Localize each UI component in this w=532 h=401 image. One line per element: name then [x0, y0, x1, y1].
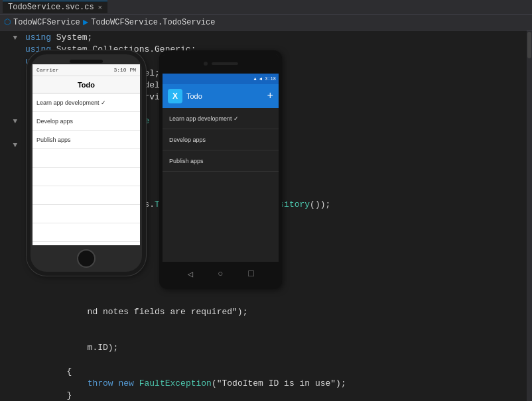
android-toolbar-title: Todo: [186, 92, 202, 100]
android-list-item: Publish apps: [163, 150, 279, 172]
ios-list-item: [33, 186, 140, 205]
android-back-button[interactable]: ◁: [187, 268, 192, 280]
ios-list-item: Develop apps: [33, 112, 140, 131]
android-toolbar: X Todo +: [163, 84, 279, 108]
editor-area: ▼ ▼ ▼ using System; using System.C: [0, 30, 532, 401]
file-tab[interactable]: TodoService.svc.cs ✕: [3, 1, 107, 13]
code-line: [25, 318, 527, 330]
ios-list-item: [33, 149, 140, 168]
scrollbar-thumb[interactable]: [527, 32, 531, 58]
margin-line: ▼: [13, 139, 17, 151]
android-status-text: ▲ ◀ 3:18: [253, 76, 276, 82]
android-list-item: Develop apps: [163, 129, 279, 150]
android-camera: [204, 62, 208, 66]
code-line: [25, 294, 527, 306]
android-content-area: Learn app development ✓ Develop apps Pub…: [163, 108, 279, 262]
ios-time: 3:10 PM: [113, 67, 136, 73]
code-line: [25, 330, 527, 342]
line-number-margin: ▼ ▼ ▼: [0, 30, 20, 401]
iphone-speaker: [70, 60, 103, 63]
android-home-button[interactable]: ○: [218, 268, 223, 279]
android-recents-button[interactable]: □: [248, 268, 253, 279]
breadcrumb-namespace[interactable]: TodoWCFService: [13, 18, 80, 27]
phones-overlay: Carrier 3:10 PM Todo Learn app developme…: [27, 50, 282, 289]
iphone-mockup: Carrier 3:10 PM Todo Learn app developme…: [27, 50, 146, 276]
android-speaker: [212, 62, 238, 65]
ios-status-bar: Carrier 3:10 PM: [33, 64, 140, 76]
breadcrumb-separator: ►: [83, 17, 88, 28]
margin-line: ▼: [13, 32, 17, 44]
vertical-scrollbar[interactable]: [527, 30, 532, 401]
margin-line: ▼: [13, 115, 17, 127]
code-line: m.ID);: [25, 342, 527, 354]
code-line: throw new FaultException("TodoItem ID is…: [25, 378, 527, 390]
tab-filename: TodoService.svc.cs: [8, 3, 94, 12]
breadcrumb-right[interactable]: TodoWCFService.TodoService: [91, 18, 528, 27]
iphone-bottom: [31, 245, 142, 272]
android-top-bezel: [163, 54, 279, 74]
ios-list-item: Publish apps: [33, 131, 140, 149]
ios-nav-bar: Todo: [33, 76, 140, 93]
breadcrumb-bar: ⬡ TodoWCFService ► TodoWCFService.TodoSe…: [0, 15, 532, 30]
android-nav-bar: ◁ ○ □: [163, 262, 279, 286]
breadcrumb-class: TodoWCFService.TodoService: [91, 18, 215, 27]
ios-list-item: [33, 205, 140, 223]
title-bar: TodoService.svc.cs ✕: [0, 0, 532, 15]
android-status-bar: ▲ ◀ 3:18: [163, 74, 279, 84]
code-line: {: [25, 366, 527, 378]
ios-nav-title: Todo: [78, 81, 95, 89]
android-mockup: ▲ ◀ 3:18 X Todo + Learn app development …: [159, 50, 282, 289]
android-list-item: Learn app development ✓: [163, 108, 279, 129]
iphone-screen: Carrier 3:10 PM Todo Learn app developme…: [33, 64, 140, 245]
ios-list-item: [33, 223, 140, 242]
ios-carrier: Carrier: [36, 67, 59, 73]
android-app-logo: X: [168, 89, 182, 103]
code-line: [25, 354, 527, 366]
code-line: nd notes fields are required");: [25, 306, 527, 318]
ios-list-item: Learn app development ✓: [33, 93, 140, 112]
iphone-home-button[interactable]: [77, 249, 96, 268]
code-line: using System;: [25, 32, 527, 44]
code-line: }: [25, 390, 527, 401]
ios-list-item: [33, 168, 140, 186]
android-screen: ▲ ◀ 3:18 X Todo + Learn app development …: [163, 74, 279, 262]
android-add-button[interactable]: +: [267, 90, 273, 102]
namespace-icon: ⬡: [4, 17, 11, 27]
tab-close-button[interactable]: ✕: [98, 3, 102, 11]
